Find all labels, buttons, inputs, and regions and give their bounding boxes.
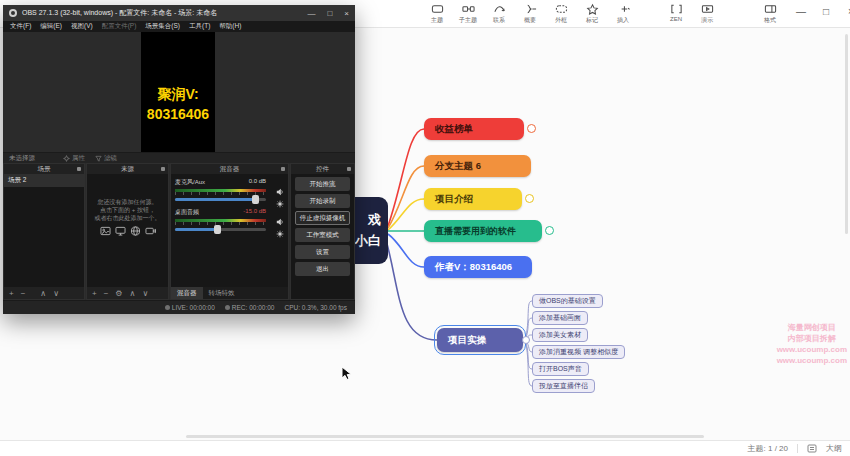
subtopic-sound[interactable]: 打开BOS声音 [532, 362, 589, 376]
channel-volume-db: -15.0 dB [243, 208, 266, 214]
slider-fill [175, 228, 216, 231]
gear-icon[interactable] [276, 200, 284, 208]
empty-line: 您还没有添加任何源。 [87, 198, 168, 206]
controls-dock-header[interactable]: 控件 [291, 164, 354, 174]
branch-node-income[interactable]: 收益榜单 [424, 118, 524, 140]
remove-source-button[interactable]: − [104, 289, 109, 298]
subtopic-base-scene[interactable]: 添加基础画面 [532, 311, 588, 325]
obs-maximize-button[interactable]: □ [327, 9, 332, 18]
watermark-line: 内部项目拆解 [777, 333, 847, 344]
settings-button[interactable]: 设置 [295, 245, 350, 259]
horizontal-scrollbar[interactable] [186, 435, 704, 438]
properties-button[interactable]: 属性 [63, 154, 85, 163]
outline-button[interactable]: 大纲 [826, 443, 842, 454]
xmind-statusbar: 主题: 1 / 20 大纲 [0, 440, 850, 456]
live-label: LIVE: 00:00:00 [172, 304, 215, 311]
obs-titlebar[interactable]: OBS 27.1.3 (32-bit, windows) - 配置文件: 未命名… [3, 5, 355, 21]
scenes-dock-header[interactable]: 场景 [4, 164, 84, 174]
close-button[interactable]: × [842, 6, 850, 17]
vertical-scrollbar[interactable] [845, 34, 848, 234]
subtopic-stream-companion[interactable]: 投放至直播伴侣 [532, 379, 595, 393]
collapse-badge[interactable] [527, 124, 536, 133]
subtopic-material[interactable]: 添加美女素材 [532, 328, 588, 342]
menu-file[interactable]: 文件(F) [10, 22, 31, 31]
marker-button[interactable]: 标记 [580, 3, 604, 25]
topic-button[interactable]: 主题 [425, 3, 449, 25]
menu-edit[interactable]: 编辑(E) [40, 22, 62, 31]
studio-mode-button[interactable]: 工作室模式 [295, 228, 350, 242]
branch-node-software[interactable]: 直播需要用到的软件 [424, 220, 542, 242]
scene-list-item[interactable]: 场景 2 [4, 174, 84, 187]
tab-mixer[interactable]: 混音器 [171, 287, 203, 299]
speaker-icon[interactable] [276, 218, 284, 226]
expand-handle[interactable] [522, 336, 530, 344]
obs-close-button[interactable]: × [344, 9, 349, 18]
speaker-icon[interactable] [276, 188, 284, 196]
remove-scene-button[interactable]: − [21, 289, 26, 298]
live-dot-icon [165, 305, 170, 310]
live-timer: LIVE: 00:00:00 [165, 304, 215, 311]
add-source-button[interactable]: + [92, 289, 97, 298]
divider [797, 444, 798, 453]
watermark-line: www.ucoump.com [777, 355, 847, 366]
insert-label: 插入 [617, 16, 629, 25]
scene-up-button[interactable]: ∧ [40, 289, 46, 298]
slider-fill [175, 198, 255, 201]
obs-canvas[interactable]: 聚润V: 80316406 [141, 32, 215, 152]
branch-label: 作者V：80316406 [435, 261, 512, 272]
present-button[interactable]: 演示 [695, 3, 719, 25]
start-recording-button[interactable]: 开始录制 [295, 194, 350, 208]
menu-view[interactable]: 视图(V) [71, 22, 93, 31]
branch-node-author[interactable]: 作者V：80316406 [424, 256, 532, 278]
boundary-button[interactable]: 外框 [549, 3, 573, 25]
mixer-tabs: 混音器 转场特效 [171, 287, 288, 299]
scene-down-button[interactable]: ∨ [53, 289, 59, 298]
slider-knob[interactable] [252, 195, 259, 204]
exit-button[interactable]: 退出 [295, 262, 350, 276]
empty-line: 点击下面的 + 按钮， [87, 206, 168, 214]
volume-slider[interactable] [175, 198, 266, 201]
menu-profile[interactable]: 配置文件(P) [102, 22, 137, 31]
gear-icon[interactable] [276, 230, 284, 238]
source-properties-button[interactable]: ⚙ [115, 289, 122, 298]
tab-transitions[interactable]: 转场特效 [203, 287, 241, 299]
menu-tools[interactable]: 工具(T) [189, 22, 210, 31]
filters-button[interactable]: 滤镜 [95, 154, 117, 163]
minimize-button[interactable]: — [792, 6, 810, 17]
obs-window-controls: — □ × [307, 9, 349, 18]
relationship-button[interactable]: 联系 [487, 3, 511, 25]
sources-dock-header[interactable]: 来源 [87, 164, 168, 174]
branch-label: 分支主题 6 [435, 160, 481, 171]
source-down-button[interactable]: ∨ [142, 289, 148, 298]
branch-node-practice[interactable]: 项目实操 [437, 328, 523, 352]
menu-scene-collection[interactable]: 场景集合(S) [145, 22, 180, 31]
slider-knob[interactable] [214, 225, 221, 234]
source-up-button[interactable]: ∧ [130, 289, 136, 298]
zen-mode-button[interactable]: ZEN [664, 3, 688, 25]
insert-button[interactable]: 插入 [611, 3, 635, 25]
collapse-badge[interactable] [545, 226, 554, 235]
mixer-dock-header[interactable]: 混音器 [171, 164, 288, 174]
mixer-dock: 混音器 麦克风/Aux 0.0 dB 桌面音频 -15.0 d [170, 163, 289, 300]
summary-button[interactable]: 概要 [518, 3, 542, 25]
add-scene-button[interactable]: + [9, 289, 14, 298]
marker-icon [586, 3, 599, 15]
subtopic-dedup-video[interactable]: 添加消重视频 调整相似度 [532, 345, 625, 359]
maximize-button[interactable]: □ [817, 6, 835, 17]
stop-virtual-camera-button[interactable]: 停止虚拟摄像机 [295, 211, 350, 225]
properties-label: 属性 [72, 154, 85, 163]
zen-label: ZEN [670, 16, 682, 22]
format-button[interactable]: 格式 [758, 3, 782, 25]
subtopic-obs-setup[interactable]: 做OBS的基础设置 [532, 294, 603, 308]
scenes-dock: 场景 场景 2 + − ∧ ∨ [3, 163, 85, 300]
branch-node-intro[interactable]: 项目介绍 [424, 188, 522, 210]
obs-minimize-button[interactable]: — [307, 9, 315, 18]
volume-slider[interactable] [175, 228, 266, 231]
collapse-badge[interactable] [525, 194, 534, 203]
start-streaming-button[interactable]: 开始推流 [295, 177, 350, 191]
menu-help[interactable]: 帮助(H) [219, 22, 241, 31]
obs-source-toolbar: 未选择源 属性 滤镜 [3, 152, 355, 163]
subtopic-button[interactable]: 子主题 [456, 3, 480, 25]
branch-node-branch6[interactable]: 分支主题 6 [424, 155, 531, 177]
obs-window: OBS 27.1.3 (32-bit, windows) - 配置文件: 未命名… [3, 5, 355, 314]
